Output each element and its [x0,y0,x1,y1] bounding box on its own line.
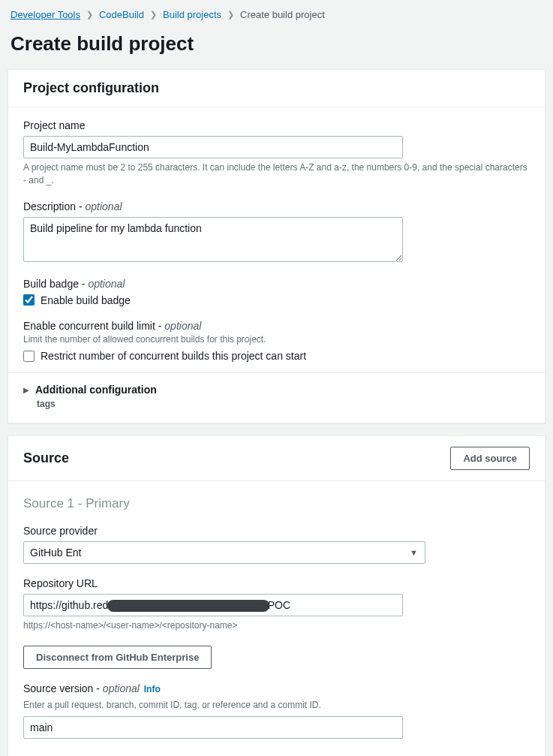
chevron-right-icon: ❯ [150,10,157,20]
add-source-button[interactable]: Add source [450,447,530,470]
source-primary-subheader: Source 1 - Primary [23,496,530,511]
panel-header-project-config: Project configuration [8,70,545,107]
enable-build-badge-text[interactable]: Enable build badge [41,294,131,306]
enable-build-badge-checkbox[interactable] [23,294,35,306]
description-input[interactable]: Build pipeline for my lambda function [23,217,403,262]
source-provider-select[interactable]: GitHub Enterprise [23,541,425,564]
source-version-info-link[interactable]: Info [144,684,161,694]
source-version-help: Enter a pull request, branch, commit ID,… [23,699,530,712]
chevron-right-icon: ❯ [86,10,93,20]
breadcrumb-current: Create build project [240,9,325,20]
chevron-right-icon: ❯ [227,10,234,20]
restrict-concurrent-checkbox[interactable] [23,351,35,362]
disconnect-github-button[interactable]: Disconnect from GitHub Enterprise [23,646,212,669]
additional-configuration-expander[interactable]: ▶ Additional configuration [23,384,530,396]
breadcrumb: Developer Tools ❯ CodeBuild ❯ Build proj… [8,6,545,28]
repository-url-help: https://<host-name>/<user-name>/<reposit… [23,619,530,632]
source-version-label: Source version - optional Info [23,682,530,694]
panel-header-source: Source Add source [8,436,545,481]
project-name-help: A project name must be 2 to 255 characte… [23,161,530,187]
repository-url-input[interactable] [23,594,403,616]
concurrent-limit-help: Limit the number of allowed concurrent b… [23,333,530,346]
panel-title-source: Source [23,450,69,466]
page-title: Create build project [8,28,545,69]
description-label: Description - optional [23,200,530,212]
breadcrumb-link-codebuild[interactable]: CodeBuild [99,9,144,20]
breadcrumb-link-devtools[interactable]: Developer Tools [11,9,80,20]
caret-right-icon: ▶ [23,386,29,394]
repository-url-label: Repository URL [23,577,530,589]
panel-project-configuration: Project configuration Project name A pro… [8,69,545,423]
project-name-label: Project name [23,119,530,131]
breadcrumb-link-projects[interactable]: Build projects [163,9,221,20]
build-badge-label: Build badge - optional [23,278,530,290]
source-version-input[interactable] [23,716,403,739]
source-provider-label: Source provider [23,525,530,537]
project-name-input[interactable] [23,136,403,158]
panel-title: Project configuration [23,80,159,96]
additional-config-sub: tags [37,399,530,409]
restrict-concurrent-text[interactable]: Restrict number of concurrent builds thi… [41,350,306,362]
concurrent-limit-label: Enable concurrent build limit - optional [23,320,530,332]
panel-source: Source Add source Source 1 - Primary Sou… [8,435,545,756]
